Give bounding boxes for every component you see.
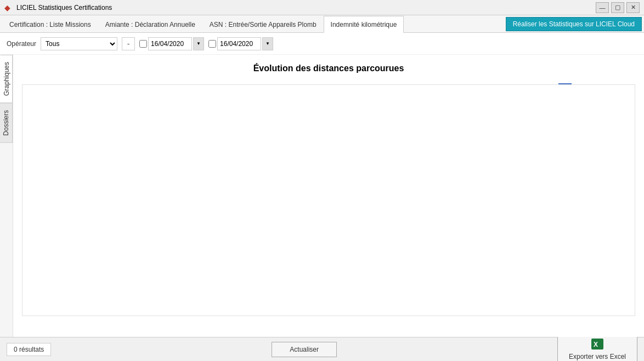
date-group-2: ▼ <box>208 37 273 50</box>
excel-icon: X <box>591 339 603 352</box>
bottom-bar: 0 résultats Actualiser X Exporter vers E… <box>0 337 644 361</box>
date-group-1: ▼ <box>139 37 204 50</box>
tab-bar-right: Réaliser les Statistiques sur LICIEL Clo… <box>506 15 642 32</box>
operator-label: Opérateur <box>7 40 36 48</box>
results-label: 0 résultats <box>7 343 51 356</box>
cloud-button[interactable]: Réaliser les Statistiques sur LICIEL Clo… <box>506 17 642 31</box>
tab-asn[interactable]: ASN : Entrée/Sortie Appareils Plomb <box>202 16 324 33</box>
operator-select[interactable]: Tous <box>41 37 117 50</box>
side-tab-graphiques[interactable]: Graphiques <box>0 55 13 103</box>
date2-dropdown-button[interactable]: ▼ <box>262 37 273 50</box>
maximize-button[interactable]: ▢ <box>611 2 624 13</box>
excel-label: Exporter vers Excel <box>569 353 626 360</box>
export-excel-button[interactable]: X Exporter vers Excel <box>557 336 637 362</box>
tab-certif[interactable]: Certification : Liste Missions <box>2 16 98 33</box>
date1-input[interactable] <box>148 37 192 50</box>
date2-checkbox[interactable] <box>208 40 216 48</box>
date1-dropdown-button[interactable]: ▼ <box>193 37 204 50</box>
side-tab-dossiers[interactable]: Dossiers <box>0 103 13 143</box>
content-panel: Évolution des distances parcourues Dista… <box>13 55 644 337</box>
tab-indemn[interactable]: Indemnité kilométrique <box>324 16 404 33</box>
title-bar-left: ◆ LICIEL Statistiques Certifications <box>4 3 112 12</box>
main-area: Graphiques Dossiers Évolution des distan… <box>0 55 644 337</box>
title-bar-controls: — ▢ ✕ <box>596 2 640 13</box>
minimize-button[interactable]: — <box>596 2 609 13</box>
excel-svg-icon: X <box>591 339 603 349</box>
tab-amiante[interactable]: Amiante : Déclaration Annuelle <box>98 16 202 33</box>
chart-title: Évolution des distances parcourues <box>22 64 635 73</box>
chart-area <box>22 84 635 316</box>
minus-button[interactable]: - <box>122 37 135 50</box>
date1-checkbox[interactable] <box>139 40 147 48</box>
bottom-center-buttons: Actualiser <box>272 342 337 357</box>
tab-bar: Certification : Liste Missions Amiante :… <box>0 15 644 33</box>
svg-text:X: X <box>594 341 598 348</box>
app-icon: ◆ <box>4 3 13 12</box>
date2-input[interactable] <box>217 37 261 50</box>
close-button[interactable]: ✕ <box>626 2 640 13</box>
side-tabs: Graphiques Dossiers <box>0 55 13 337</box>
title-bar: ◆ LICIEL Statistiques Certifications — ▢… <box>0 0 644 15</box>
app-title: LICIEL Statistiques Certifications <box>16 4 112 12</box>
toolbar: Opérateur Tous - ▼ ▼ <box>0 33 644 55</box>
actualiser-button[interactable]: Actualiser <box>272 342 337 357</box>
